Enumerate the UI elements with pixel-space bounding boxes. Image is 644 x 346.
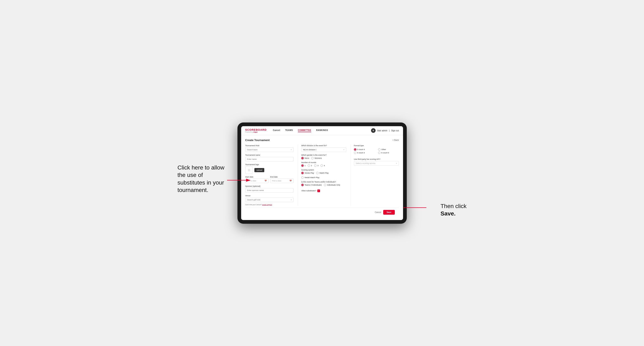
medal-match-play-radio[interactable] xyxy=(301,176,304,179)
individuals-only-radio[interactable] xyxy=(324,184,326,186)
tournament-host-field: Tournament Host ▾ xyxy=(245,145,294,152)
tournament-name-field: Tournament name xyxy=(245,154,294,162)
format-other-radio[interactable] xyxy=(378,148,380,151)
rounds-1-radio[interactable] xyxy=(301,164,304,167)
nav-links: Cancel TEAMS COMMITTEE RANKINGS xyxy=(273,129,371,132)
format-6count5-radio[interactable] xyxy=(378,152,380,154)
format-5count4-option[interactable]: 5 count 4 xyxy=(354,148,375,151)
stroke-play-radio[interactable] xyxy=(301,172,304,174)
format-type-label: Format type xyxy=(354,145,399,147)
scoring-api-label: Use third-party live scoring API? xyxy=(354,158,399,160)
nav-rankings[interactable]: RANKINGS xyxy=(316,129,328,132)
save-button[interactable]: Save xyxy=(383,210,394,215)
rounds-radio-group: 1 2 3 xyxy=(301,164,346,167)
rounds-4-label: 4 xyxy=(324,165,325,167)
nav-tournaments[interactable]: Cancel xyxy=(273,129,280,132)
back-button[interactable]: < Back xyxy=(392,139,399,141)
middle-column: Which division is the event for? NCAA Di… xyxy=(298,145,346,206)
teams-plus-radio[interactable] xyxy=(301,184,304,186)
format-5count4-radio[interactable] xyxy=(354,148,356,151)
scoring-service-select[interactable]: Select a scoring service ▾ xyxy=(354,161,399,166)
division-input[interactable]: NCAA Division I ▾ xyxy=(301,148,346,152)
teams-plus-individuals-option[interactable]: Teams (+Individuals) xyxy=(301,184,322,186)
start-date-input[interactable]: Pick a date 📅 xyxy=(245,178,269,183)
gender-mens-radio[interactable] xyxy=(301,157,304,159)
gender-mens-option[interactable]: Mens xyxy=(301,157,309,159)
start-calendar-icon: 📅 xyxy=(264,180,267,182)
teams-plus-label: Teams (+Individuals) xyxy=(304,184,322,186)
match-play-radio[interactable] xyxy=(316,172,318,174)
nav-committee[interactable]: COMMITTEE xyxy=(298,129,311,132)
tournament-host-text[interactable] xyxy=(247,149,291,151)
format-6count4-radio[interactable] xyxy=(354,152,356,154)
end-calendar-icon: 📅 xyxy=(290,180,292,182)
sponsor-field: Sponsor (optional) xyxy=(245,185,294,192)
division-field: Which division is the event for? NCAA Di… xyxy=(301,145,346,152)
gender-field: Which gender is the event for? Mens Wome… xyxy=(301,154,346,159)
venue-field: Venue ▾ Can't find your venue? email sup… xyxy=(245,195,294,206)
rounds-4-radio[interactable] xyxy=(320,164,323,167)
format-other-option[interactable]: Other xyxy=(378,148,399,151)
individuals-only-option[interactable]: Individuals Only xyxy=(324,184,340,186)
gender-label: Which gender is the event for? xyxy=(301,154,346,156)
gender-womens-label: Womens xyxy=(314,157,322,159)
scoring-system-label: Scoring system xyxy=(301,169,346,171)
right-column: Format type 5 count 4 Other xyxy=(350,145,399,206)
rounds-1-option[interactable]: 1 xyxy=(301,164,306,167)
rounds-3-label: 3 xyxy=(317,165,318,167)
upload-button[interactable]: Upload xyxy=(254,168,264,172)
gender-womens-option[interactable]: Womens xyxy=(311,157,322,159)
venue-text[interactable] xyxy=(247,199,291,201)
format-other-label: Other xyxy=(381,149,386,151)
page-header: Create Tournament < Back xyxy=(245,139,399,142)
format-options-group: 5 count 4 Other 6 count 4 xyxy=(354,148,399,154)
medal-match-play-label: Medal Match Play xyxy=(304,176,320,178)
logo-area: SCOREBOARD Powered by clippd xyxy=(245,128,267,133)
tournament-name-text[interactable] xyxy=(247,158,292,160)
teams-radio-group: Teams (+Individuals) Individuals Only xyxy=(301,184,346,186)
form-footer: Cancel Save xyxy=(245,208,399,217)
user-name: blair admin xyxy=(377,130,387,132)
date-row: Start date Pick a date 📅 End date Pick a… xyxy=(245,176,294,183)
medal-match-play-option[interactable]: Medal Match Play xyxy=(301,176,320,179)
left-column: Tournament Host ▾ Tournament name xyxy=(245,145,294,206)
rounds-3-radio[interactable] xyxy=(314,164,316,167)
user-avatar: B xyxy=(371,128,376,133)
right-arrow-icon xyxy=(404,203,426,212)
sponsor-label: Sponsor (optional) xyxy=(245,185,294,187)
format-6count5-label: 6 count 5 xyxy=(381,152,389,154)
rounds-2-option[interactable]: 2 xyxy=(308,164,312,167)
stroke-play-option[interactable]: Stroke Play xyxy=(301,172,314,174)
format-type-field: Format type 5 count 4 Other xyxy=(354,145,399,154)
sponsor-text[interactable] xyxy=(247,189,292,191)
end-date-input[interactable]: Pick a date 📅 xyxy=(270,178,294,183)
tablet-device: SCOREBOARD Powered by clippd Cancel TEAM… xyxy=(238,123,407,224)
email-support-link[interactable]: email support xyxy=(262,204,272,206)
sponsor-input[interactable] xyxy=(245,188,294,192)
page-content: Create Tournament < Back Tournament Host… xyxy=(241,135,403,220)
format-6count4-option[interactable]: 6 count 4 xyxy=(354,152,375,154)
rounds-2-radio[interactable] xyxy=(308,164,310,167)
venue-label: Venue xyxy=(245,195,294,197)
match-play-label: Match Play xyxy=(320,172,329,174)
logo-upload-area: ⊞ Upload xyxy=(245,167,294,174)
stroke-play-label: Stroke Play xyxy=(304,172,314,174)
allow-substitutes-area[interactable]: Allow substitutes? ✓ xyxy=(301,189,346,192)
gender-womens-radio[interactable] xyxy=(311,157,314,159)
teams-field: Is this event for Teams and/or Individua… xyxy=(301,181,346,186)
allow-substitutes-checkbox[interactable]: ✓ xyxy=(317,189,320,192)
venue-input[interactable]: ▾ xyxy=(245,197,294,202)
nav-teams[interactable]: TEAMS xyxy=(285,129,293,132)
tournament-name-input[interactable] xyxy=(245,157,294,162)
sign-out-link[interactable]: Sign out xyxy=(391,130,399,132)
allow-substitutes-label: Allow substitutes? xyxy=(301,190,316,192)
end-date-label: End date xyxy=(270,176,294,178)
match-play-option[interactable]: Match Play xyxy=(316,172,329,174)
tournament-host-input[interactable]: ▾ xyxy=(245,148,294,152)
cancel-button[interactable]: Cancel xyxy=(375,211,381,213)
rounds-3-option[interactable]: 3 xyxy=(314,164,318,167)
rounds-4-option[interactable]: 4 xyxy=(320,164,325,167)
form-grid: Tournament Host ▾ Tournament name xyxy=(245,145,399,206)
page-title: Create Tournament xyxy=(245,139,270,142)
format-6count5-option[interactable]: 6 count 5 xyxy=(378,152,399,154)
